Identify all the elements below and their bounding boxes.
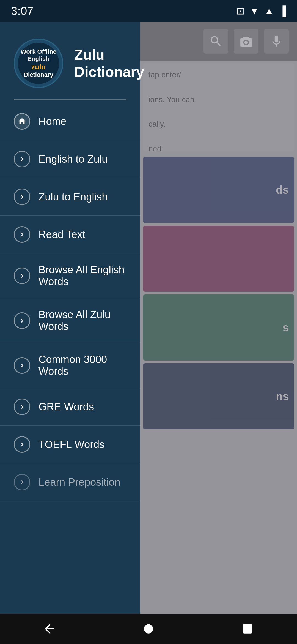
sidebar-item-label-home: Home: [38, 116, 127, 127]
app-logo: Work Offline English zulu Dictionary: [14, 39, 63, 88]
chevron-svg: [18, 155, 26, 163]
logo-text-english: English: [28, 55, 49, 62]
chevron-svg: [18, 361, 26, 370]
logo-inner: Work Offline English zulu Dictionary: [18, 43, 59, 84]
sidebar-item-label-browse-english: Browse All English Words: [38, 264, 127, 288]
search-icon: [209, 34, 223, 48]
chevron-svg: [18, 402, 26, 411]
chevron-icon-zulu-to-english: [14, 189, 30, 205]
back-button[interactable]: [38, 621, 61, 637]
sidebar-item-label-toefl-words: TOEFL Words: [38, 439, 127, 451]
sidebar-item-label-zulu-to-english: Zulu to English: [38, 191, 127, 203]
chevron-icon-learn-preposition: [14, 474, 30, 490]
back-icon: [43, 622, 56, 636]
recents-button[interactable]: [237, 621, 258, 637]
logo-text-zulu: zulu: [31, 63, 46, 71]
home-button[interactable]: [138, 621, 160, 637]
status-time: 3:07: [11, 4, 34, 18]
sidebar-item-label-read-text: Read Text: [38, 229, 127, 241]
sidebar-item-browse-zulu[interactable]: Browse All Zulu Words: [0, 298, 140, 343]
sidebar-item-home[interactable]: Home: [0, 103, 140, 140]
circle-icon: [142, 622, 155, 636]
search-input-area: tap enter/ions. You cancally.ned.: [143, 63, 294, 151]
sidebar-item-label-gre-words: GRE Words: [38, 401, 127, 413]
card-pink: [143, 226, 294, 292]
sidebar-item-common-3000[interactable]: Common 3000 Words: [0, 343, 140, 388]
card-words: ds: [143, 157, 294, 223]
sidebar-item-label-learn-preposition: Learn Preposition: [38, 476, 127, 488]
camera-icon: [239, 34, 253, 48]
chevron-icon-common-3000: [14, 357, 30, 374]
chevron-svg: [18, 192, 26, 201]
sidebar-item-read-text[interactable]: Read Text: [0, 216, 140, 253]
card-dark: ns: [143, 363, 294, 429]
chevron-svg: [18, 478, 26, 487]
sim-icon: ⊡: [236, 5, 244, 17]
app-header: Work Offline English zulu Dictionary Zul…: [0, 22, 140, 99]
nav-list: Home English to Zulu Zulu to Engli: [0, 100, 140, 614]
svg-point-0: [144, 624, 153, 633]
logo-text-dict: Dictionary: [24, 71, 53, 78]
sidebar-item-label-common-3000: Common 3000 Words: [38, 354, 127, 377]
chevron-svg: [18, 271, 26, 280]
square-icon: [241, 622, 254, 636]
home-svg: [18, 117, 26, 126]
chevron-icon-toefl-words: [14, 436, 30, 453]
mic-button[interactable]: [264, 29, 289, 54]
sidebar-item-toefl-words[interactable]: TOEFL Words: [0, 426, 140, 463]
search-button[interactable]: [204, 29, 228, 54]
sidebar-item-english-to-zulu[interactable]: English to Zulu: [0, 140, 140, 178]
chevron-svg: [18, 440, 26, 449]
sidebar-item-label-english-to-zulu: English to Zulu: [38, 153, 127, 165]
chevron-icon-browse-english: [14, 268, 30, 284]
logo-text-work: Work Offline: [21, 48, 56, 55]
card-green: s: [143, 294, 294, 361]
chevron-svg: [18, 230, 26, 239]
nav-bar: [0, 614, 297, 644]
right-panel: tap enter/ions. You cancally.ned. ds s n…: [140, 22, 297, 614]
battery-icon: ▐: [279, 5, 286, 17]
status-icons: ⊡ ▼ ▲ ▐: [236, 5, 286, 17]
hint-text: tap enter/ions. You cancally.ned.: [148, 69, 289, 155]
sidebar: Work Offline English zulu Dictionary Zul…: [0, 22, 140, 614]
chevron-icon-read-text: [14, 226, 30, 243]
sidebar-item-browse-english[interactable]: Browse All English Words: [0, 253, 140, 298]
camera-button[interactable]: [234, 29, 258, 54]
main-container: Work Offline English zulu Dictionary Zul…: [0, 22, 297, 614]
signal-icon: ▲: [264, 5, 274, 17]
home-icon: [14, 113, 30, 130]
sidebar-item-learn-preposition[interactable]: Learn Preposition: [0, 463, 140, 501]
app-title: ZuluDictionary: [74, 46, 144, 81]
chevron-icon-browse-zulu: [14, 312, 30, 329]
sidebar-item-gre-words[interactable]: GRE Words: [0, 388, 140, 426]
chevron-svg: [18, 316, 26, 325]
svg-rect-1: [243, 624, 252, 633]
sidebar-item-zulu-to-english[interactable]: Zulu to English: [0, 178, 140, 216]
right-toolbar: [140, 22, 297, 61]
mic-icon: [270, 34, 283, 48]
right-cards: ds s ns: [140, 154, 297, 432]
status-bar: 3:07 ⊡ ▼ ▲ ▐: [0, 0, 297, 22]
sidebar-item-label-browse-zulu: Browse All Zulu Words: [38, 309, 127, 332]
chevron-icon-english-to-zulu: [14, 151, 30, 167]
wifi-icon: ▼: [249, 5, 259, 17]
chevron-icon-gre-words: [14, 399, 30, 415]
